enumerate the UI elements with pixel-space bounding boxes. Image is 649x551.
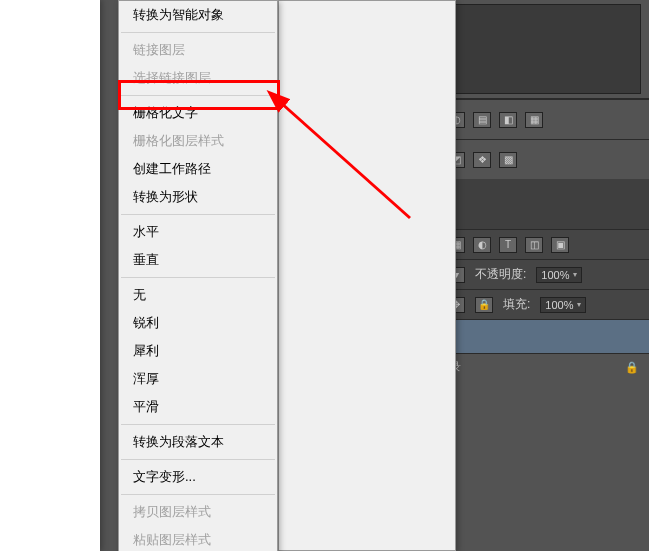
menu-vertical[interactable]: 垂直 (119, 246, 277, 274)
fill-row: ✥ 🔒 填充: 100%▾ (439, 289, 649, 319)
menu-aa-crisp[interactable]: 犀利 (119, 337, 277, 365)
adjust-icon[interactable]: ▦ (525, 112, 543, 128)
menu-link-layers: 链接图层 (119, 36, 277, 64)
context-menu: 转换为智能对象 链接图层 选择链接图层 栅格化文字 栅格化图层样式 创建工作路径… (118, 0, 278, 551)
menu-horizontal[interactable]: 水平 (119, 218, 277, 246)
adjustments-row-2: ◩ ❖ ▩ (439, 139, 649, 179)
canvas-area (0, 0, 100, 551)
opacity-label: 不透明度: (475, 266, 526, 283)
menu-select-linked: 选择链接图层 (119, 64, 277, 92)
menu-rasterize-text[interactable]: 栅格化文字 (119, 99, 277, 127)
filter-adjust-icon[interactable]: ◐ (473, 237, 491, 253)
opacity-row: ▾ 不透明度: 100%▾ (439, 259, 649, 289)
adjustments-row-1: ◐ ▤ ◧ ▦ (439, 99, 649, 139)
menu-copy-style: 拷贝图层样式 (119, 498, 277, 526)
adjust-icon[interactable]: ❖ (473, 152, 491, 168)
menu-rasterize-style: 栅格化图层样式 (119, 127, 277, 155)
adjust-icon[interactable]: ▤ (473, 112, 491, 128)
fill-label: 填充: (503, 296, 530, 313)
filter-text-icon[interactable]: T (499, 237, 517, 253)
adjust-icon[interactable]: ▩ (499, 152, 517, 168)
menu-convert-to-shape[interactable]: 转换为形状 (119, 183, 277, 211)
adjust-icon[interactable]: ◧ (499, 112, 517, 128)
menu-separator (121, 424, 275, 425)
menu-aa-smooth[interactable]: 平滑 (119, 393, 277, 421)
selected-layer[interactable] (439, 319, 649, 353)
menu-aa-none[interactable]: 无 (119, 281, 277, 309)
menu-aa-sharp[interactable]: 锐利 (119, 309, 277, 337)
menu-separator (121, 494, 275, 495)
menu-separator (121, 95, 275, 96)
menu-convert-smart-object[interactable]: 转换为智能对象 (119, 1, 277, 29)
menu-separator (121, 459, 275, 460)
filter-smart-icon[interactable]: ▣ (551, 237, 569, 253)
layer-tools-row: ▦ ◐ T ◫ ▣ (439, 229, 649, 259)
layer-lock-icon: 🔒 (625, 361, 639, 374)
menu-aa-strong[interactable]: 浑厚 (119, 365, 277, 393)
menu-separator (121, 32, 275, 33)
menu-separator (121, 214, 275, 215)
submenu-panel (278, 0, 456, 551)
lock-icon[interactable]: 🔒 (475, 297, 493, 313)
menu-warp-text[interactable]: 文字变形... (119, 463, 277, 491)
menu-convert-paragraph[interactable]: 转换为段落文本 (119, 428, 277, 456)
fill-spinner[interactable]: 100%▾ (540, 297, 586, 313)
menu-paste-style: 粘贴图层样式 (119, 526, 277, 551)
filter-shape-icon[interactable]: ◫ (525, 237, 543, 253)
layer-group-row[interactable]: 录 🔒 (439, 353, 649, 381)
menu-separator (121, 277, 275, 278)
navigator-thumbnail (447, 4, 641, 94)
menu-create-work-path[interactable]: 创建工作路径 (119, 155, 277, 183)
opacity-spinner[interactable]: 100%▾ (536, 267, 582, 283)
panels-area: ◐ ▤ ◧ ▦ ◩ ❖ ▩ ▦ ◐ T ◫ ▣ ▾ 不透明度: 100%▾ ✥ … (439, 0, 649, 551)
